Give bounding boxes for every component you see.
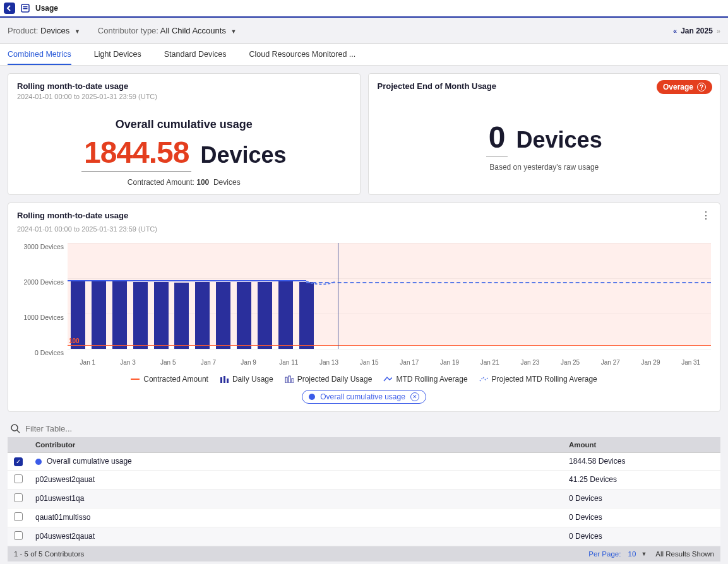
chart-title: Rolling month-to-date usage [17, 211, 711, 220]
line-dash-icon [479, 376, 488, 382]
all-results-label: All Results Shown [655, 550, 714, 558]
legend-contracted[interactable]: Contracted Amount [131, 375, 208, 384]
row-range: 1 - 5 of 5 Contributors [14, 550, 84, 558]
table-row[interactable]: p01uswest1qa0 Devices [8, 489, 720, 508]
amount-cell: 41.25 Devices [563, 470, 720, 489]
bar-Jan 11[interactable] [278, 280, 293, 349]
row-checkbox[interactable] [14, 474, 23, 483]
svg-rect-4 [220, 377, 222, 383]
contributor-table: Contributor Amount ✓Overall cumulative u… [8, 437, 720, 546]
col-contributor[interactable]: Contributor [29, 437, 563, 453]
remove-chip-icon[interactable]: ✕ [410, 392, 419, 401]
bar-Jan 6[interactable] [174, 283, 189, 349]
contributor-selector[interactable]: Contributor type: All Child Accounts ▼ [98, 26, 237, 35]
tab-cloud-resources-monitored-[interactable]: Cloud Resources Monitored ... [249, 44, 355, 65]
bar-Jan 8[interactable] [216, 282, 230, 349]
metric-value: 1844.58 [81, 135, 192, 172]
back-button[interactable] [4, 3, 15, 14]
overage-label: Overage [663, 83, 693, 91]
contributor-name: p02uswest2qauat [35, 475, 95, 484]
contributor-name: qauat01multisso [35, 513, 90, 522]
bar-Jan 4[interactable] [133, 282, 148, 349]
table-row[interactable]: ✓Overall cumulative usage1844.58 Devices [8, 453, 720, 471]
projected-caption: Based on yesterday's raw usage [378, 163, 712, 172]
col-checkbox [8, 437, 29, 453]
table-search [8, 420, 720, 437]
next-month-button[interactable]: » [717, 27, 720, 35]
app-header: Usage [0, 0, 728, 18]
overage-badge[interactable]: Overage ? [657, 80, 712, 94]
help-icon[interactable]: ? [697, 83, 706, 91]
y-axis: 3000 Devices2000 Devices1000 Devices0 De… [17, 243, 68, 359]
module-icon [20, 3, 30, 13]
metric-title: Overall cumulative usage [17, 118, 351, 131]
row-checkbox[interactable] [14, 531, 23, 540]
table-row[interactable]: p04uswest2qauat0 Devices [8, 527, 720, 546]
page-title: Usage [35, 4, 58, 13]
col-amount[interactable]: Amount [563, 437, 720, 453]
baseline-icon [131, 376, 140, 382]
contributor-label: Contributor type: [98, 26, 158, 35]
product-selector[interactable]: Product: Devices ▼ [8, 26, 80, 35]
svg-rect-2 [23, 8, 28, 9]
date-navigator: « Jan 2025 » [673, 26, 720, 35]
amount-cell: 1844.58 Devices [563, 453, 720, 471]
prev-month-button[interactable]: « [673, 27, 677, 35]
rolling-usage-card: Rolling month-to-date usage 2024-01-01 0… [8, 73, 361, 195]
metric-unit: Devices [200, 142, 286, 168]
contributor-name: p04uswest2qauat [35, 532, 95, 541]
filter-table-input[interactable] [25, 424, 718, 433]
chart-menu-button[interactable]: ⋮ [701, 211, 711, 221]
card-title: Rolling month-to-date usage [17, 81, 351, 91]
caret-down-icon: ▼ [641, 551, 647, 557]
bar-Jan 5[interactable] [154, 282, 169, 349]
tab-combined-metrics[interactable]: Combined Metrics [8, 44, 71, 65]
bar-Jan 10[interactable] [258, 282, 272, 349]
legend-daily[interactable]: Daily Usage [220, 375, 273, 384]
projected-unit: Devices [516, 127, 602, 153]
amount-cell: 0 Devices [563, 527, 720, 546]
legend-chip-cumulative[interactable]: Overall cumulative usage ✕ [302, 390, 426, 404]
chip-label: Overall cumulative usage [320, 392, 405, 401]
svg-rect-5 [224, 376, 225, 383]
legend-mtd[interactable]: MTD Rolling Average [383, 375, 467, 384]
bar-Jan 3[interactable] [112, 280, 127, 349]
svg-rect-7 [285, 377, 287, 383]
amount-cell: 0 Devices [563, 508, 720, 527]
table-row[interactable]: p02uswest2qauat41.25 Devices [8, 470, 720, 489]
svg-line-11 [17, 430, 20, 433]
bars-icon [220, 376, 229, 382]
bars-outline-icon [285, 376, 294, 382]
per-page-selector[interactable]: Per Page: 10 ▼ [588, 550, 647, 558]
series-dot-icon [35, 459, 42, 465]
row-checkbox[interactable] [14, 493, 23, 502]
product-label: Product: [8, 26, 38, 35]
chart-legend: Contracted Amount Daily Usage Projected … [17, 375, 711, 384]
contracted-caption: Contracted Amount: 100 Devices [17, 178, 351, 187]
legend-projected-daily[interactable]: Projected Daily Usage [285, 375, 373, 384]
chart-subtitle: 2024-01-01 00:00 to 2025-01-31 23:59 (UT… [17, 225, 711, 233]
bar-Jan 2[interactable] [92, 281, 106, 349]
projected-value: 0 [486, 120, 508, 156]
svg-rect-6 [227, 379, 229, 383]
card-subtitle: 2024-01-01 00:00 to 2025-01-31 23:59 (UT… [17, 93, 351, 100]
table-row[interactable]: qauat01multisso0 Devices [8, 508, 720, 527]
bar-Jan 7[interactable] [195, 282, 210, 349]
legend-projected-mtd[interactable]: Projected MTD Rolling Average [479, 375, 597, 384]
svg-rect-1 [23, 6, 28, 8]
tab-standard-devices[interactable]: Standard Devices [164, 44, 227, 65]
svg-rect-9 [292, 379, 294, 383]
current-month: Jan 2025 [681, 26, 713, 35]
row-checkbox[interactable]: ✓ [14, 457, 23, 466]
svg-point-10 [11, 425, 18, 431]
tab-light-devices[interactable]: Light Devices [94, 44, 141, 65]
row-checkbox[interactable] [14, 512, 23, 521]
svg-rect-8 [289, 376, 290, 383]
contributor-value: All Child Accounts [160, 26, 226, 35]
projected-usage-card: Projected End of Month Usage Overage ? 0… [368, 73, 721, 195]
dot-icon [309, 394, 315, 400]
contributor-name: p01uswest1qa [35, 494, 84, 503]
bar-Jan 9[interactable] [237, 282, 251, 349]
chart-plot[interactable]: 100 [68, 243, 711, 349]
product-value: Devices [40, 26, 69, 35]
